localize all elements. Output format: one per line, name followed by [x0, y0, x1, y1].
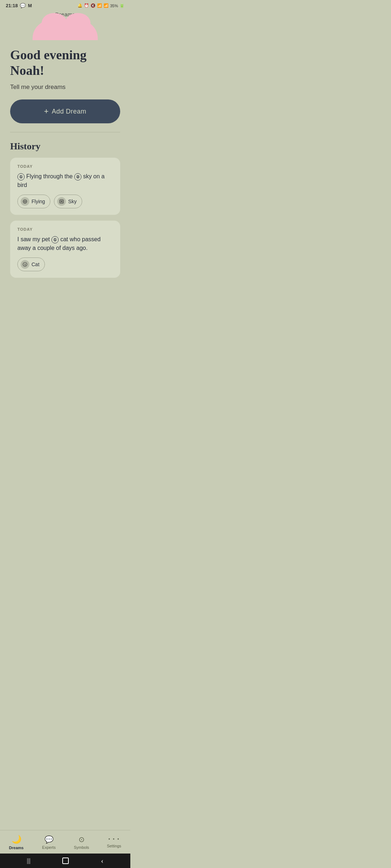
- cat-tag-icon: $: [21, 260, 29, 269]
- cat-tag-label: Cat: [31, 261, 39, 267]
- circled-number-1: ①: [17, 173, 25, 180]
- greeting-section: Good evening Noah! Tell me your dreams +…: [0, 40, 130, 123]
- tag-list-2: $ Cat: [17, 258, 113, 271]
- history-section: History TODAY ① Flying through the ② sky…: [0, 141, 130, 278]
- flying-tag-icon: [21, 197, 29, 206]
- notification-icon: 🔔: [77, 3, 83, 8]
- greeting-text: Good evening Noah!: [10, 47, 120, 78]
- greeting-subtitle: Tell me your dreams: [10, 84, 120, 91]
- tag-sky[interactable]: Sky: [54, 195, 82, 208]
- gmail-icon: M: [28, 3, 32, 8]
- svg-text:$: $: [24, 263, 26, 266]
- add-dream-label: Add Dream: [52, 108, 87, 115]
- card-date: TODAY: [17, 164, 113, 169]
- tag-list: Flying Sky: [17, 195, 113, 208]
- mute-icon: 🔇: [91, 3, 96, 8]
- battery-icon: 🔋: [119, 3, 125, 8]
- card-text-2: I saw my pet ① cat who passed away a cou…: [17, 235, 113, 252]
- cloud-decoration: [33, 20, 98, 40]
- circled-number-2: ②: [74, 173, 81, 180]
- status-time: 21:18 💬 M: [6, 3, 32, 8]
- signal-icon: 📶: [104, 3, 109, 8]
- status-bar: 21:18 💬 M 🔔 ⏰ 🔇 📶 📶 35% 🔋: [0, 0, 130, 10]
- top-illustration: [0, 17, 130, 40]
- add-icon: +: [44, 107, 49, 116]
- tag-flying[interactable]: Flying: [17, 195, 50, 208]
- page-header: Dreams: [0, 10, 130, 17]
- tag-cat[interactable]: $ Cat: [17, 258, 45, 271]
- whatsapp-icon: 💬: [20, 3, 26, 8]
- main-scroll-area: Good evening Noah! Tell me your dreams +…: [0, 40, 130, 334]
- alarm-icon: ⏰: [84, 3, 89, 8]
- flying-tag-label: Flying: [31, 199, 45, 204]
- wifi-icon: 📶: [97, 3, 102, 8]
- dream-card[interactable]: TODAY ① Flying through the ② sky on a bi…: [10, 158, 120, 215]
- add-dream-button[interactable]: + Add Dream: [10, 99, 120, 123]
- sky-tag-label: Sky: [68, 199, 76, 204]
- status-icons: 🔔 ⏰ 🔇 📶 📶 35% 🔋: [77, 3, 125, 8]
- card-text: ① Flying through the ② sky on a bird: [17, 172, 113, 190]
- time-display: 21:18: [6, 3, 18, 8]
- card-date-2: TODAY: [17, 227, 113, 231]
- circled-number-1b: ①: [51, 236, 59, 243]
- battery-display: 35%: [110, 4, 118, 8]
- section-divider: [10, 132, 120, 132]
- history-title: History: [10, 141, 120, 152]
- sky-tag-icon: [57, 197, 66, 206]
- dream-card-2[interactable]: TODAY I saw my pet ① cat who passed away…: [10, 221, 120, 278]
